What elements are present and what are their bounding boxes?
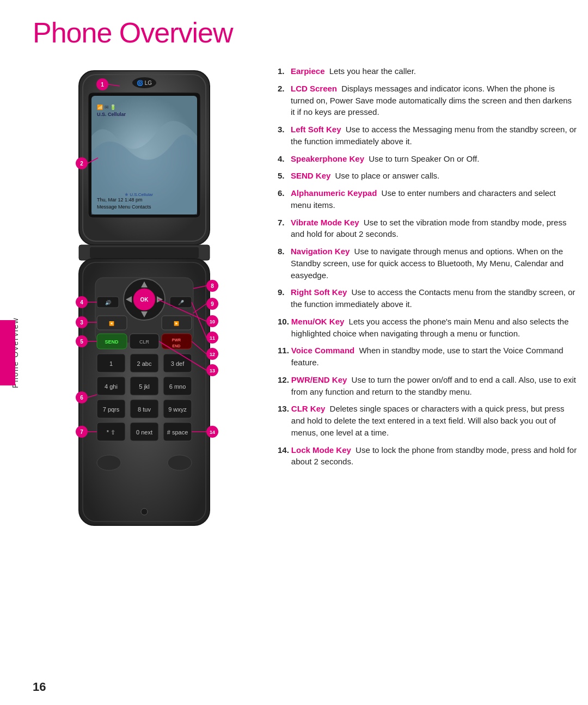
phone-image-area: 🌀 LG 📶 ✉ 🔋 U.S. Cellular Thu, Mar 12 1:4… <box>33 60 261 566</box>
svg-text:7 pqrs: 7 pqrs <box>103 406 120 413</box>
svg-text:0 next: 0 next <box>136 429 152 436</box>
item-label: PWR/END Key <box>291 375 347 384</box>
description-item: 4. Speakerphone Key Use to turn Speaker … <box>278 153 577 165</box>
svg-text:Thu, Mar 12  1:48 pm: Thu, Mar 12 1:48 pm <box>97 197 143 203</box>
item-label: Navigation Key <box>291 247 350 256</box>
svg-text:✯ U.S.Cellular: ✯ U.S.Cellular <box>125 192 153 197</box>
svg-text:5 jkl: 5 jkl <box>139 383 150 390</box>
item-label: Alphanumeric Keypad <box>291 188 377 198</box>
side-tab <box>0 320 15 385</box>
svg-text:📶 ✉ 🔋: 📶 ✉ 🔋 <box>97 104 117 111</box>
item-number: 9. <box>278 286 289 310</box>
item-number: 11. <box>278 345 289 369</box>
item-label: Voice Command <box>291 346 354 355</box>
item-content: Alphanumeric Keypad Use to enter numbers… <box>291 187 577 211</box>
description-item: 13. CLR Key Deletes single spaces or cha… <box>278 403 577 438</box>
description-item: 10. Menu/OK Key Lets you access the phon… <box>278 316 577 340</box>
svg-text:10: 10 <box>210 319 215 324</box>
svg-text:3: 3 <box>80 320 83 326</box>
description-item: 3. Left Soft Key Use to access the Messa… <box>278 124 577 148</box>
item-number: 13. <box>278 403 289 438</box>
description-item: 7. Vibrate Mode Key Use to set the vibra… <box>278 217 577 241</box>
svg-text:9: 9 <box>211 301 214 307</box>
item-text: Deletes single spaces or characters with… <box>291 404 565 437</box>
item-content: Lock Mode Key Use to lock the phone from… <box>291 444 577 468</box>
item-label: Lock Mode Key <box>291 445 351 455</box>
item-number: 5. <box>278 170 289 182</box>
item-label: Vibrate Mode Key <box>291 218 359 227</box>
item-text: Use to turn Speaker On or Off. <box>369 154 479 163</box>
item-content: PWR/END Key Use to turn the power on/off… <box>291 374 577 398</box>
svg-text:14: 14 <box>210 430 215 435</box>
item-content: Earpiece Lets you hear the caller. <box>291 65 416 77</box>
item-content: Menu/OK Key Lets you access the phone's … <box>291 316 577 340</box>
svg-text:5: 5 <box>80 339 83 345</box>
item-number: 6. <box>278 187 289 211</box>
svg-text:2 abc: 2 abc <box>137 360 152 367</box>
item-content: Right Soft Key Use to access the Contact… <box>291 286 577 310</box>
svg-text:1: 1 <box>109 360 113 367</box>
description-item: 5. SEND Key Use to place or answer calls… <box>278 170 577 182</box>
item-label: CLR Key <box>291 404 326 413</box>
item-number: 14. <box>278 444 289 468</box>
description-item: 8. Navigation Key Use to navigate throug… <box>278 246 577 281</box>
svg-text:Message  Menu  Contacts: Message Menu Contacts <box>97 204 151 210</box>
item-label: Earpiece <box>291 66 325 76</box>
svg-text:🔊: 🔊 <box>105 299 112 306</box>
svg-text:* ⇧: * ⇧ <box>107 429 115 436</box>
svg-text:13: 13 <box>210 368 215 373</box>
item-number: 8. <box>278 246 289 281</box>
svg-text:PWR: PWR <box>172 338 181 342</box>
description-item: 2. LCD Screen Displays messages and indi… <box>278 83 577 118</box>
item-label: Menu/OK Key <box>291 317 345 326</box>
svg-text:END: END <box>173 344 181 348</box>
item-number: 3. <box>278 124 289 148</box>
item-label: LCD Screen <box>291 84 337 93</box>
svg-text:12: 12 <box>210 352 215 357</box>
item-label: Right Soft Key <box>291 287 347 297</box>
svg-text:U.S. Cellular: U.S. Cellular <box>97 112 126 117</box>
svg-text:8 tuv: 8 tuv <box>138 406 151 413</box>
svg-text:CLR: CLR <box>139 339 150 345</box>
svg-text:◀️: ◀️ <box>109 321 114 326</box>
item-text: Lets you hear the caller. <box>329 66 416 76</box>
item-content: Navigation Key Use to navigate through m… <box>291 246 577 281</box>
svg-text:▶️: ▶️ <box>174 321 179 326</box>
svg-text:4: 4 <box>80 299 83 305</box>
description-item: 1. Earpiece Lets you hear the caller. <box>278 65 577 77</box>
svg-text:🌀 LG: 🌀 LG <box>137 79 152 87</box>
svg-text:OK: OK <box>140 297 149 303</box>
svg-point-62 <box>97 455 121 470</box>
phone-svg: 🌀 LG 📶 ✉ 🔋 U.S. Cellular Thu, Mar 12 1:4… <box>49 65 245 566</box>
svg-text:3 def: 3 def <box>171 360 185 367</box>
item-content: Speakerphone Key Use to turn Speaker On … <box>291 153 479 165</box>
item-number: 2. <box>278 83 289 118</box>
svg-text:4 ghi: 4 ghi <box>105 383 118 390</box>
item-content: CLR Key Deletes single spaces or charact… <box>291 403 577 438</box>
item-content: Voice Command When in standby mode, use … <box>291 345 577 369</box>
description-item: 11. Voice Command When in standby mode, … <box>278 345 577 369</box>
svg-text:# space: # space <box>167 429 188 436</box>
description-item: 9. Right Soft Key Use to access the Cont… <box>278 286 577 310</box>
svg-rect-12 <box>90 247 199 258</box>
svg-text:11: 11 <box>210 335 215 341</box>
item-number: 12. <box>278 374 289 398</box>
item-number: 4. <box>278 153 289 165</box>
svg-text:8: 8 <box>211 283 214 289</box>
svg-text:SEND: SEND <box>105 339 119 345</box>
svg-text:9 wxyz: 9 wxyz <box>168 406 187 413</box>
item-number: 10. <box>278 316 289 340</box>
description-item: 14. Lock Mode Key Use to lock the phone … <box>278 444 577 468</box>
svg-text:🎤: 🎤 <box>178 299 185 306</box>
description-item: 12. PWR/END Key Use to turn the power on… <box>278 374 577 398</box>
item-content: LCD Screen Displays messages and indicat… <box>291 83 577 118</box>
item-number: 7. <box>278 217 289 241</box>
description-item: 6. Alphanumeric Keypad Use to enter numb… <box>278 187 577 211</box>
svg-point-64 <box>141 508 148 515</box>
descriptions-area: 1. Earpiece Lets you hear the caller. 2.… <box>261 60 577 566</box>
svg-point-63 <box>168 455 192 470</box>
item-label: Left Soft Key <box>291 125 341 134</box>
page-number: 16 <box>33 680 46 694</box>
content-area: 🌀 LG 📶 ✉ 🔋 U.S. Cellular Thu, Mar 12 1:4… <box>0 60 588 566</box>
svg-text:1: 1 <box>101 82 104 88</box>
